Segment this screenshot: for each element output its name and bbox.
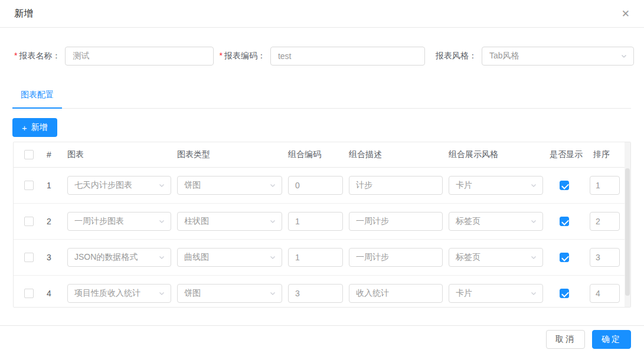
cancel-button[interactable]: 取消: [546, 330, 585, 349]
combo-style-select[interactable]: 卡片: [449, 176, 543, 195]
report-style-label: 报表风格：: [436, 51, 477, 61]
chart-select-value: JSON的数据格式: [74, 252, 138, 263]
modal-title: 新增: [14, 8, 33, 20]
sort-input[interactable]: [590, 176, 620, 195]
visible-checkbox[interactable]: [560, 217, 569, 226]
table-row: 3 JSON的数据格式 曲线图 标签页: [14, 240, 630, 276]
table-row: 2 一周计步图表 柱状图 标签页: [14, 204, 630, 240]
chart-type-select[interactable]: 柱状图: [177, 212, 282, 231]
chevron-down-icon: [158, 290, 165, 297]
combo-style-select[interactable]: 卡片: [449, 284, 543, 303]
chevron-down-icon: [530, 290, 537, 297]
chevron-down-icon: [269, 218, 276, 225]
chevron-down-icon: [530, 218, 537, 225]
chart-config-table: # 图表 图表类型 组合编码 组合描述 组合展示风格 是否显示 排序 1 七天内…: [13, 142, 631, 308]
required-asterisk: *: [219, 51, 222, 60]
row-index: 1: [40, 181, 67, 190]
combo-style-select-value: 标签页: [456, 252, 480, 263]
modal-footer: 取消 确定: [0, 325, 644, 353]
select-all-checkbox[interactable]: [24, 150, 34, 159]
chart-select[interactable]: 项目性质收入统计: [67, 284, 171, 303]
sort-input[interactable]: [590, 248, 620, 267]
combo-desc-input[interactable]: [349, 284, 443, 303]
combo-code-input[interactable]: [288, 248, 343, 267]
chart-type-select-value: 柱状图: [184, 216, 209, 227]
col-header-chart: 图表: [67, 149, 177, 160]
combo-style-select[interactable]: 标签页: [449, 212, 543, 231]
chevron-down-icon: [530, 254, 537, 261]
report-name-label: *报表名称：: [14, 51, 60, 61]
row-select-checkbox[interactable]: [24, 181, 34, 190]
chart-type-select[interactable]: 饼图: [177, 176, 282, 195]
table-scrollbar[interactable]: [625, 142, 630, 307]
combo-style-select-value: 卡片: [456, 180, 472, 191]
form-item-report-style: 报表风格： Tab风格: [436, 47, 634, 66]
tab-chart-config[interactable]: 图表配置: [12, 90, 62, 109]
report-style-value: Tab风格: [489, 51, 519, 61]
report-code-label: *报表编码：: [219, 51, 265, 61]
col-header-chart-type: 图表类型: [177, 149, 288, 160]
report-form: *报表名称： *报表编码： 报表风格： Tab风格: [14, 47, 631, 66]
report-style-select[interactable]: Tab风格: [482, 47, 634, 66]
visible-checkbox[interactable]: [560, 253, 569, 262]
row-index: 2: [40, 217, 67, 226]
modal-header: 新增 ✕: [0, 0, 644, 28]
visible-checkbox[interactable]: [560, 181, 569, 190]
add-row-label: 新增: [31, 122, 48, 133]
combo-code-input[interactable]: [288, 284, 343, 303]
tab-bar: 图表配置: [12, 90, 631, 109]
combo-code-input[interactable]: [288, 212, 343, 231]
form-item-report-code: *报表编码：: [219, 47, 424, 66]
report-code-input[interactable]: [270, 47, 425, 66]
row-select-checkbox[interactable]: [24, 289, 34, 298]
chart-select[interactable]: 七天内计步图表: [67, 176, 171, 195]
chevron-down-icon: [158, 218, 165, 225]
chevron-down-icon: [158, 254, 165, 261]
chart-type-select[interactable]: 曲线图: [177, 248, 282, 267]
chart-select-value: 七天内计步图表: [74, 180, 132, 191]
chart-select-value: 一周计步图表: [74, 216, 124, 227]
col-header-visible: 是否显示: [549, 149, 589, 160]
combo-style-select[interactable]: 标签页: [449, 248, 543, 267]
combo-style-select-value: 卡片: [456, 288, 472, 299]
scrollbar-thumb[interactable]: [625, 168, 630, 296]
chart-select[interactable]: JSON的数据格式: [67, 248, 171, 267]
chevron-down-icon: [269, 254, 276, 261]
table-row: 4 项目性质收入统计 饼图 卡片: [14, 276, 630, 308]
chart-type-select-value: 饼图: [184, 288, 201, 299]
chart-type-select-value: 曲线图: [184, 252, 209, 263]
col-header-sort: 排序: [589, 149, 625, 160]
chevron-down-icon: [530, 182, 537, 189]
chevron-down-icon: [269, 290, 276, 297]
row-index: 4: [40, 289, 67, 298]
combo-code-input[interactable]: [288, 176, 343, 195]
chevron-down-icon: [269, 182, 276, 189]
close-icon[interactable]: ✕: [622, 9, 630, 19]
report-name-input[interactable]: [65, 47, 214, 66]
chart-select[interactable]: 一周计步图表: [67, 212, 171, 231]
col-header-index: #: [40, 150, 67, 159]
chevron-down-icon: [158, 182, 165, 189]
sort-input[interactable]: [590, 284, 620, 303]
row-index: 3: [40, 253, 67, 262]
col-header-combo-desc: 组合描述: [349, 149, 449, 160]
form-item-report-name: *报表名称：: [14, 47, 214, 66]
col-header-combo-style: 组合展示风格: [449, 149, 549, 160]
combo-desc-input[interactable]: [349, 212, 443, 231]
chart-select-value: 项目性质收入统计: [74, 288, 140, 299]
row-select-checkbox[interactable]: [24, 217, 34, 226]
plus-icon: +: [22, 123, 27, 132]
row-select-checkbox[interactable]: [24, 253, 34, 262]
table-header: # 图表 图表类型 组合编码 组合描述 组合展示风格 是否显示 排序: [14, 142, 630, 168]
table-body: 1 七天内计步图表 饼图 卡片: [14, 168, 630, 308]
combo-desc-input[interactable]: [349, 248, 443, 267]
add-row-button[interactable]: + 新增: [12, 118, 57, 137]
combo-desc-input[interactable]: [349, 176, 443, 195]
table-row: 1 七天内计步图表 饼图 卡片: [14, 168, 630, 204]
chart-type-select-value: 饼图: [184, 180, 201, 191]
sort-input[interactable]: [590, 212, 620, 231]
chart-type-select[interactable]: 饼图: [177, 284, 282, 303]
confirm-button[interactable]: 确定: [592, 330, 631, 349]
visible-checkbox[interactable]: [560, 289, 569, 298]
required-asterisk: *: [14, 51, 17, 60]
